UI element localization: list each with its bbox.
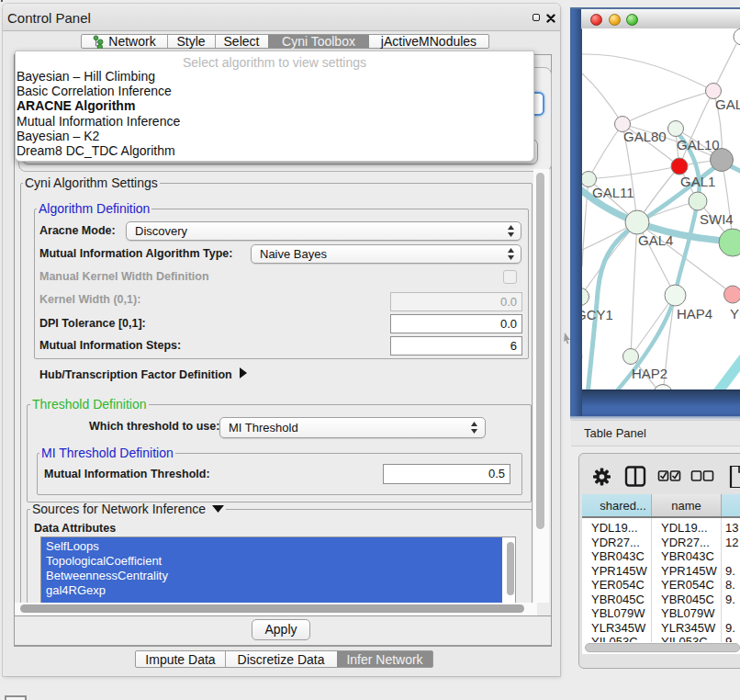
svg-text:GAL11: GAL11 — [592, 185, 634, 200]
svg-text:GAL7: GAL7 — [715, 96, 740, 112]
svg-text:YD: YD — [730, 306, 740, 322]
svg-text:GCY1: GCY1 — [582, 307, 613, 322]
svg-text:SWI4: SWI4 — [700, 211, 734, 227]
svg-text:GAL10: GAL10 — [677, 137, 720, 152]
svg-text:GAL4: GAL4 — [638, 232, 673, 248]
svg-text:GAL1: GAL1 — [680, 174, 715, 189]
svg-text:GAL80: GAL80 — [623, 129, 667, 144]
svg-text:HAP2: HAP2 — [632, 366, 667, 381]
svg-text:HAP4: HAP4 — [677, 306, 712, 322]
